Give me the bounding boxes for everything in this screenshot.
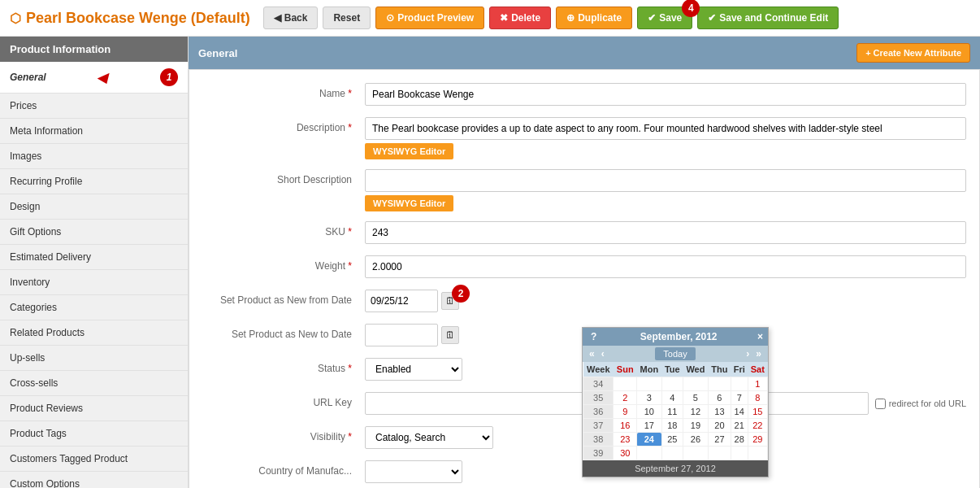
short-desc-input[interactable] xyxy=(365,169,966,192)
name-input[interactable] xyxy=(365,83,966,106)
description-input[interactable] xyxy=(365,117,966,140)
cal-day-8[interactable]: 8 xyxy=(748,391,767,405)
cal-day[interactable] xyxy=(614,377,637,391)
sidebar-item-images[interactable]: Images xyxy=(0,144,188,169)
cal-day-4[interactable]: 4 xyxy=(661,391,683,405)
calendar-icon-1[interactable]: 🗓 2 xyxy=(441,292,459,310)
cal-day-20[interactable]: 20 xyxy=(708,419,731,433)
cal-next-next-button[interactable]: » xyxy=(752,348,765,359)
calendar-title: September, 2012 xyxy=(600,331,757,342)
cal-day-19[interactable]: 19 xyxy=(683,419,708,433)
status-select[interactable]: Enabled Disabled xyxy=(365,358,462,381)
cal-day-10[interactable]: 10 xyxy=(637,405,662,419)
cal-day-7[interactable]: 7 xyxy=(731,391,748,405)
product-preview-button[interactable]: ⊙ Product Preview xyxy=(375,7,484,29)
cal-day-2[interactable]: 2 xyxy=(614,391,637,405)
duplicate-button[interactable]: ⊕ Duplicate xyxy=(556,7,632,29)
cal-day-26[interactable]: 26 xyxy=(683,433,708,447)
cal-day-14[interactable]: 14 xyxy=(731,405,748,419)
cal-day-25[interactable]: 25 xyxy=(661,433,683,447)
cal-day-28[interactable]: 28 xyxy=(731,433,748,447)
calendar-icon-2[interactable]: 🗓 xyxy=(441,326,459,344)
sidebar-item-reviews-label: Product Reviews xyxy=(10,403,83,414)
cal-day[interactable] xyxy=(708,447,731,460)
cal-day-12[interactable]: 12 xyxy=(683,405,708,419)
cal-day-11[interactable]: 11 xyxy=(661,405,683,419)
new-to-input[interactable] xyxy=(365,324,438,346)
cal-day[interactable] xyxy=(731,447,748,460)
annotation-2: 2 xyxy=(452,285,470,303)
cal-day-5[interactable]: 5 xyxy=(683,391,708,405)
cal-day-23[interactable]: 23 xyxy=(614,433,637,447)
sidebar-item-meta[interactable]: Meta Information xyxy=(0,119,188,144)
cal-day[interactable] xyxy=(637,447,662,460)
sidebar-item-prices[interactable]: Prices xyxy=(0,94,188,119)
cal-mon-header: Mon xyxy=(637,362,662,377)
cal-day[interactable] xyxy=(731,377,748,391)
back-button[interactable]: ◀ Back xyxy=(263,7,319,29)
cal-week-header: Week xyxy=(583,362,614,377)
new-from-input[interactable] xyxy=(365,290,438,312)
sidebar-item-customers-tagged[interactable]: Customers Tagged Product xyxy=(0,447,188,472)
sidebar-item-categories[interactable]: Categories xyxy=(0,295,188,320)
cal-day-13[interactable]: 13 xyxy=(708,405,731,419)
visibility-select[interactable]: Catalog, Search Catalog Search Not Visib… xyxy=(365,426,493,449)
cal-day[interactable] xyxy=(683,377,708,391)
sidebar-item-custom-options[interactable]: Custom Options xyxy=(0,472,188,488)
save-button[interactable]: ✔ Save 4 xyxy=(637,7,692,29)
cal-day-29[interactable]: 29 xyxy=(748,433,767,447)
sidebar-item-upsells[interactable]: Up-sells xyxy=(0,346,188,371)
cal-day-6[interactable]: 6 xyxy=(708,391,731,405)
cal-day[interactable] xyxy=(637,377,662,391)
cal-today-button[interactable]: Today xyxy=(655,347,695,360)
cal-day-9[interactable]: 9 xyxy=(614,405,637,419)
wysiwyg-editor-button-1[interactable]: WYSIWYG Editor xyxy=(365,143,453,159)
sidebar-item-design[interactable]: Design xyxy=(0,194,188,220)
sku-input[interactable] xyxy=(365,221,966,244)
cal-prev-prev-button[interactable]: « xyxy=(586,348,598,359)
cal-day-18[interactable]: 18 xyxy=(661,419,683,433)
sidebar-item-reviews[interactable]: Product Reviews xyxy=(0,396,188,421)
cal-day-15[interactable]: 15 xyxy=(748,405,767,419)
sidebar-item-crosssells[interactable]: Cross-sells xyxy=(0,371,188,396)
cal-day-1[interactable]: 1 xyxy=(748,377,767,391)
cal-day-16[interactable]: 16 xyxy=(614,419,637,433)
weight-input[interactable] xyxy=(365,255,966,278)
cal-wed-header: Wed xyxy=(683,362,708,377)
sidebar-item-tags[interactable]: Product Tags xyxy=(0,421,188,447)
wysiwyg-editor-button-2[interactable]: WYSIWYG Editor xyxy=(365,195,453,211)
description-row: Description * WYSIWYG Editor xyxy=(202,117,966,159)
reset-button[interactable]: Reset xyxy=(323,7,371,29)
cal-day[interactable] xyxy=(683,447,708,460)
sku-field xyxy=(365,221,966,244)
create-attribute-button[interactable]: + Create New Attribute xyxy=(856,43,970,63)
sidebar-item-general[interactable]: General ◀ 1 xyxy=(0,62,188,94)
country-select[interactable] xyxy=(365,460,462,483)
sidebar-item-recurring[interactable]: Recurring Profile xyxy=(0,169,188,194)
cal-day[interactable] xyxy=(661,447,683,460)
save-continue-button[interactable]: ✔ Save and Continue Edit xyxy=(697,7,839,29)
url-redirect-checkbox[interactable] xyxy=(875,399,886,409)
sidebar-item-related[interactable]: Related Products xyxy=(0,320,188,346)
cal-day-24-today[interactable]: 24 xyxy=(637,433,662,447)
delete-button[interactable]: ✖ Delete xyxy=(489,7,551,29)
sidebar-item-inventory[interactable]: Inventory xyxy=(0,270,188,295)
cal-help-button[interactable]: ? xyxy=(588,331,600,342)
cal-day-17[interactable]: 17 xyxy=(637,419,662,433)
cal-day[interactable] xyxy=(661,377,683,391)
delete-icon: ✖ xyxy=(500,12,508,24)
cal-day[interactable] xyxy=(708,377,731,391)
calendar-close-button[interactable]: × xyxy=(757,331,763,342)
cal-day-30[interactable]: 30 xyxy=(614,447,637,460)
cal-day-21[interactable]: 21 xyxy=(731,419,748,433)
cal-prev-button[interactable]: ‹ xyxy=(598,348,608,359)
sidebar-item-gift[interactable]: Gift Options xyxy=(0,220,188,245)
cal-day-22[interactable]: 22 xyxy=(748,419,767,433)
cal-tue-header: Tue xyxy=(661,362,683,377)
cal-day-3[interactable]: 3 xyxy=(637,391,662,405)
cal-day-27[interactable]: 27 xyxy=(708,433,731,447)
sidebar-item-prices-label: Prices xyxy=(10,100,37,111)
sidebar-item-delivery[interactable]: Estimated Delivery xyxy=(0,245,188,270)
cal-next-button[interactable]: › xyxy=(743,348,752,359)
cal-day[interactable] xyxy=(748,447,767,460)
